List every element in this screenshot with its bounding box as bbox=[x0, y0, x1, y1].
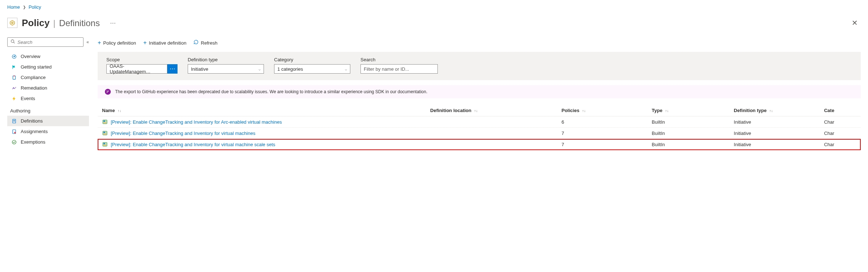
cell-type: BuiltIn bbox=[647, 128, 729, 139]
scope-value: OAAS-UpdateManagem… bbox=[110, 63, 164, 74]
add-initiative-definition-button[interactable]: + Initiative definition bbox=[143, 40, 187, 46]
sidebar-search[interactable] bbox=[7, 37, 83, 47]
sort-icon: ↑↓ bbox=[474, 109, 478, 113]
collapse-sidebar-button[interactable]: « bbox=[86, 40, 89, 45]
refresh-icon bbox=[193, 40, 199, 46]
sort-icon: ↑↓ bbox=[582, 109, 586, 113]
refresh-button[interactable]: Refresh bbox=[193, 40, 217, 46]
sort-icon: ↑↓ bbox=[665, 109, 669, 113]
toolbar-label: Refresh bbox=[201, 40, 217, 46]
scope-picker-button[interactable]: ⋯ bbox=[167, 64, 178, 74]
svg-point-9 bbox=[13, 87, 14, 88]
cell-policies: 7 bbox=[557, 139, 648, 150]
definitions-table: Name ↑↓ Definition location ↑↓ Policies … bbox=[98, 105, 861, 150]
sidebar-item-label: Exemptions bbox=[21, 139, 45, 145]
cell-policies: 6 bbox=[557, 116, 648, 128]
svg-point-18 bbox=[103, 120, 105, 122]
svg-line-3 bbox=[13, 42, 15, 43]
dashboard-icon bbox=[11, 54, 17, 59]
clipboard-icon bbox=[11, 75, 17, 80]
cell-type: BuiltIn bbox=[647, 139, 729, 150]
column-header-name[interactable]: Name ↑↓ bbox=[98, 105, 426, 116]
sidebar-item-getting-started[interactable]: Getting started bbox=[7, 62, 89, 72]
column-header-policies[interactable]: Policies ↑↓ bbox=[557, 105, 648, 116]
breadcrumb-policy[interactable]: Policy bbox=[29, 4, 41, 10]
svg-point-1 bbox=[12, 22, 13, 24]
flag-icon bbox=[11, 65, 17, 70]
cell-deftype: Initiative bbox=[729, 116, 820, 128]
cell-location bbox=[426, 139, 557, 150]
scope-selector[interactable]: OAAS-UpdateManagem… bbox=[106, 64, 167, 74]
sidebar-item-label: Getting started bbox=[21, 64, 52, 70]
column-header-category[interactable]: Cate bbox=[820, 105, 861, 116]
definition-type-selector[interactable]: Initiative ⌵ bbox=[188, 64, 264, 74]
cell-category: Char bbox=[820, 116, 861, 128]
chevron-down-icon: ⌵ bbox=[345, 67, 347, 71]
svg-point-16 bbox=[107, 91, 108, 92]
filter-bar: Scope OAAS-UpdateManagem… ⋯ Definition t… bbox=[98, 52, 861, 80]
svg-point-15 bbox=[12, 140, 16, 144]
definition-name-link[interactable]: [Preview]: Enable ChangeTracking and Inv… bbox=[111, 142, 275, 147]
table-row[interactable]: [Preview]: Enable ChangeTracking and Inv… bbox=[98, 139, 861, 150]
definitions-icon bbox=[11, 119, 17, 124]
toolbar-label: Policy definition bbox=[103, 40, 136, 46]
filter-search-label: Search bbox=[360, 57, 438, 62]
ellipsis-icon: ⋯ bbox=[170, 66, 175, 72]
add-policy-definition-button[interactable]: + Policy definition bbox=[98, 40, 136, 46]
sidebar-item-compliance[interactable]: Compliance bbox=[7, 72, 89, 83]
close-button[interactable]: ✕ bbox=[849, 17, 861, 29]
chevron-down-icon: ⌵ bbox=[258, 67, 261, 71]
exemptions-icon bbox=[11, 140, 17, 145]
column-header-type[interactable]: Type ↑↓ bbox=[647, 105, 729, 116]
info-icon bbox=[105, 89, 111, 95]
sidebar-search-input[interactable] bbox=[17, 40, 80, 45]
table-row[interactable]: [Preview]: Enable ChangeTracking and Inv… bbox=[98, 128, 861, 139]
bolt-icon bbox=[11, 96, 17, 101]
cell-type: BuiltIn bbox=[647, 116, 729, 128]
svg-point-21 bbox=[103, 132, 105, 133]
column-header-location[interactable]: Definition location ↑↓ bbox=[426, 105, 557, 116]
page-title-sep: | bbox=[53, 18, 56, 28]
initiative-icon bbox=[102, 130, 108, 136]
cell-location bbox=[426, 116, 557, 128]
svg-rect-7 bbox=[13, 76, 16, 79]
category-selector[interactable]: 1 categories ⌵ bbox=[274, 64, 350, 74]
definition-name-link[interactable]: [Preview]: Enable ChangeTracking and Inv… bbox=[111, 131, 255, 136]
filter-deftype-label: Definition type bbox=[188, 57, 264, 62]
svg-point-2 bbox=[11, 40, 14, 43]
sidebar-item-remediation[interactable]: Remediation bbox=[7, 83, 89, 93]
more-actions-button[interactable]: ⋯ bbox=[110, 20, 116, 26]
sidebar: « Overview Getting started Compliance bbox=[7, 37, 89, 150]
svg-marker-0 bbox=[10, 20, 15, 25]
filter-search-input[interactable] bbox=[364, 66, 435, 72]
sidebar-item-overview[interactable]: Overview bbox=[7, 51, 89, 62]
sidebar-item-exemptions[interactable]: Exemptions bbox=[7, 137, 89, 147]
deftype-value: Initiative bbox=[191, 66, 208, 72]
filter-category-label: Category bbox=[274, 57, 350, 62]
category-value: 1 categories bbox=[277, 66, 303, 72]
sidebar-item-definitions[interactable]: Definitions bbox=[7, 116, 89, 126]
cell-policies: 7 bbox=[557, 128, 648, 139]
page-header: Policy | Definitions ⋯ ✕ bbox=[7, 17, 861, 29]
breadcrumb-home[interactable]: Home bbox=[7, 4, 20, 10]
definition-name-link[interactable]: [Preview]: Enable ChangeTracking and Inv… bbox=[111, 119, 282, 125]
info-banner: The export to GitHub experience has been… bbox=[98, 85, 861, 98]
filter-search-box[interactable] bbox=[360, 64, 438, 74]
sidebar-item-events[interactable]: Events bbox=[7, 93, 89, 104]
column-header-deftype[interactable]: Definition type ↑↓ bbox=[729, 105, 820, 116]
plus-icon: + bbox=[98, 40, 101, 46]
sidebar-item-assignments[interactable]: Assignments bbox=[7, 126, 89, 137]
svg-point-14 bbox=[14, 132, 16, 133]
cell-deftype: Initiative bbox=[729, 128, 820, 139]
svg-rect-19 bbox=[103, 122, 106, 123]
table-row[interactable]: [Preview]: Enable ChangeTracking and Inv… bbox=[98, 116, 861, 128]
svg-point-24 bbox=[103, 143, 105, 144]
cell-location bbox=[426, 128, 557, 139]
toolbar: + Policy definition + Initiative definit… bbox=[98, 37, 861, 52]
policy-page-icon bbox=[7, 18, 17, 28]
cell-category: Char bbox=[820, 128, 861, 139]
assignments-icon bbox=[11, 129, 17, 134]
sidebar-item-label: Compliance bbox=[21, 75, 46, 80]
remediation-icon bbox=[11, 86, 17, 91]
sidebar-item-label: Events bbox=[21, 96, 35, 101]
